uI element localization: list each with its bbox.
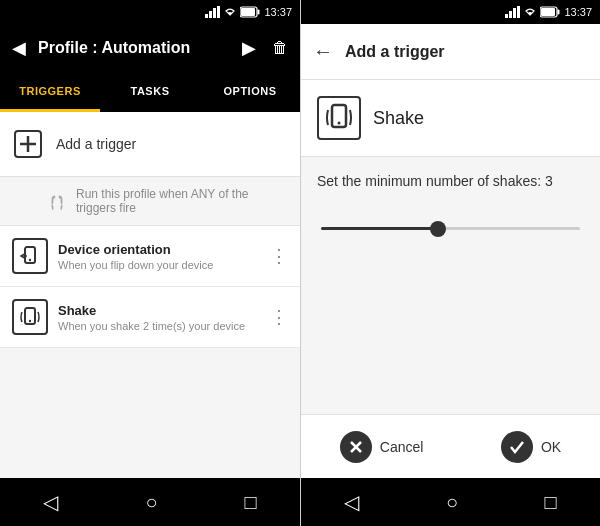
ok-label: OK xyxy=(541,439,561,455)
svg-point-13 xyxy=(29,320,31,322)
tab-triggers[interactable]: TRIGGERS xyxy=(0,72,100,112)
add-trigger-icon xyxy=(12,128,44,160)
right-nav-home[interactable]: ○ xyxy=(438,483,466,522)
svg-rect-16 xyxy=(513,8,516,18)
svg-rect-5 xyxy=(258,10,260,15)
delete-button[interactable]: 🗑 xyxy=(268,35,292,61)
slider-thumb[interactable] xyxy=(430,221,446,237)
svg-point-22 xyxy=(338,122,341,125)
right-status-bar: 13:37 xyxy=(301,0,600,24)
right-time: 13:37 xyxy=(564,6,592,18)
svg-rect-2 xyxy=(213,8,216,18)
right-panel: 13:37 ← Add a trigger Shake Set the mini… xyxy=(300,0,600,526)
left-time: 13:37 xyxy=(264,6,292,18)
right-nav-back[interactable]: ◁ xyxy=(336,482,367,522)
signal-icon xyxy=(205,6,220,18)
add-trigger-label: Add a trigger xyxy=(56,136,136,152)
shake-setting-text: Set the minimum number of shakes: 3 xyxy=(317,173,584,189)
svg-rect-14 xyxy=(505,14,508,18)
shake-big-icon xyxy=(324,103,354,133)
add-trigger-title: Add a trigger xyxy=(345,43,445,61)
add-trigger-row[interactable]: Add a trigger xyxy=(0,112,300,177)
shake-title: Shake xyxy=(58,303,256,318)
right-bottom-nav: ◁ ○ □ xyxy=(301,478,600,526)
slider-fill xyxy=(321,227,438,230)
add-icon xyxy=(14,130,42,158)
right-back-button[interactable]: ← xyxy=(313,40,333,63)
device-orientation-subtitle: When you flip down your device xyxy=(58,259,256,271)
device-orientation-menu[interactable]: ⋮ xyxy=(266,241,292,271)
svg-rect-17 xyxy=(517,6,520,18)
play-button[interactable]: ▶ xyxy=(238,33,260,63)
trigger-item-device-orientation[interactable]: Device orientation When you flip down yo… xyxy=(0,226,300,287)
ok-button[interactable]: OK xyxy=(489,423,573,471)
nav-recent[interactable]: □ xyxy=(236,483,264,522)
cancel-button[interactable]: Cancel xyxy=(328,423,436,471)
shake-icon xyxy=(19,306,41,328)
device-orientation-title: Device orientation xyxy=(58,242,256,257)
right-content-area: Set the minimum number of shakes: 3 xyxy=(301,157,600,414)
any-triggers-text: Run this profile when ANY of the trigger… xyxy=(76,187,288,215)
cancel-icon xyxy=(340,431,372,463)
ok-icon xyxy=(501,431,533,463)
svg-rect-20 xyxy=(541,8,555,16)
right-top-bar: ← Add a trigger xyxy=(301,24,600,80)
svg-rect-1 xyxy=(209,11,212,18)
left-top-bar: ◀ Profile : Automation ▶ 🗑 xyxy=(0,24,300,72)
device-orientation-text: Device orientation When you flip down yo… xyxy=(58,242,256,271)
trigger-item-shake[interactable]: Shake When you shake 2 time(s) your devi… xyxy=(0,287,300,348)
svg-rect-0 xyxy=(205,14,208,18)
svg-rect-15 xyxy=(509,11,512,18)
profile-title: Profile : Automation xyxy=(38,39,230,57)
right-wifi-icon xyxy=(524,6,536,18)
shake-icon-area: Shake xyxy=(301,80,600,157)
shake-text: Shake When you shake 2 time(s) your devi… xyxy=(58,303,256,332)
shake-big-icon-box xyxy=(317,96,361,140)
shake-menu[interactable]: ⋮ xyxy=(266,302,292,332)
battery-icon xyxy=(240,6,260,18)
svg-rect-3 xyxy=(217,6,220,18)
right-bottom-actions: Cancel OK xyxy=(301,414,600,478)
left-bottom-nav: ◁ ○ □ xyxy=(0,478,300,526)
shake-icon-box xyxy=(12,299,48,335)
tabs-bar: TRIGGERS TASKS OPTIONS xyxy=(0,72,300,112)
svg-point-11 xyxy=(29,259,31,261)
tab-options[interactable]: OPTIONS xyxy=(200,72,300,112)
right-battery-icon xyxy=(540,6,560,18)
nav-home[interactable]: ○ xyxy=(137,483,165,522)
content-area: Add a trigger Run this profile when ANY … xyxy=(0,112,300,478)
svg-rect-19 xyxy=(558,10,560,15)
slider-container[interactable] xyxy=(317,209,584,248)
right-nav-recent[interactable]: □ xyxy=(537,483,565,522)
slider-track xyxy=(321,227,580,230)
shake-subtitle: When you shake 2 time(s) your device xyxy=(58,320,256,332)
svg-rect-6 xyxy=(241,8,255,16)
shake-name: Shake xyxy=(373,108,424,129)
any-triggers-icon xyxy=(48,191,66,211)
left-status-bar: 13:37 xyxy=(0,0,300,24)
any-triggers-row: Run this profile when ANY of the trigger… xyxy=(0,177,300,226)
left-panel: 13:37 ◀ Profile : Automation ▶ 🗑 TRIGGER… xyxy=(0,0,300,526)
wifi-icon xyxy=(224,6,236,18)
tab-tasks[interactable]: TASKS xyxy=(100,72,200,112)
device-orientation-icon xyxy=(19,245,41,267)
device-orientation-icon-box xyxy=(12,238,48,274)
nav-back[interactable]: ◁ xyxy=(35,482,66,522)
right-signal-icon xyxy=(505,6,520,18)
back-button[interactable]: ◀ xyxy=(8,33,30,63)
cancel-label: Cancel xyxy=(380,439,424,455)
